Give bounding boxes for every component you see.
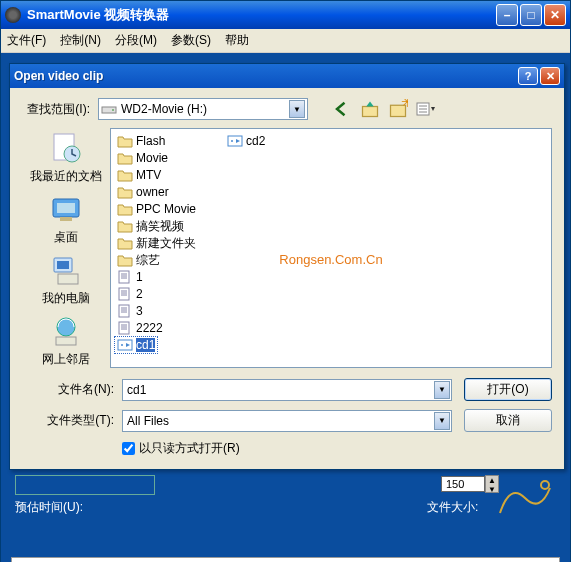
- item-label: 1: [136, 270, 143, 284]
- video-file-icon: [117, 338, 133, 352]
- place-label: 桌面: [54, 229, 78, 246]
- file-item[interactable]: 1: [115, 269, 225, 285]
- folder-icon: [117, 236, 133, 250]
- readonly-checkbox[interactable]: [122, 442, 135, 455]
- folder-item[interactable]: 综艺: [115, 252, 225, 268]
- item-label: Flash: [136, 134, 165, 148]
- file-item[interactable]: 3: [115, 303, 225, 319]
- look-in-label: 查找范围(I):: [22, 101, 98, 118]
- svg-point-38: [231, 140, 233, 142]
- item-label: 综艺: [136, 252, 160, 269]
- my-computer-icon: [48, 252, 84, 288]
- svg-rect-16: [58, 274, 78, 284]
- item-label: cd1: [136, 338, 155, 352]
- menu-segment[interactable]: 分段(M): [115, 32, 157, 49]
- svg-point-39: [541, 481, 549, 489]
- file-item[interactable]: 2: [115, 286, 225, 302]
- filetype-value: All Files: [127, 414, 434, 428]
- menu-control[interactable]: 控制(N): [60, 32, 101, 49]
- video-file-icon: [227, 134, 243, 148]
- item-label: 2222: [136, 321, 163, 335]
- file-item[interactable]: 2222: [115, 320, 225, 336]
- watermark-text: Rongsen.Com.Cn: [279, 252, 382, 267]
- folder-item[interactable]: owner: [115, 184, 225, 200]
- menu-help[interactable]: 帮助: [225, 32, 249, 49]
- drive-icon: [101, 102, 117, 116]
- filetype-dropdown[interactable]: All Files ▼: [122, 410, 452, 432]
- file-list[interactable]: FlashMovieMTVownerPPC Movie搞笑视频新建文件夹综艺12…: [110, 128, 552, 368]
- new-folder-icon[interactable]: ✳: [388, 99, 408, 119]
- decorative-graphic: [490, 473, 560, 523]
- view-menu-icon[interactable]: [416, 99, 436, 119]
- network-icon: [48, 313, 84, 349]
- svg-rect-27: [119, 305, 129, 317]
- filename-value: cd1: [127, 383, 434, 397]
- dropdown-arrow-icon: ▼: [434, 412, 450, 430]
- dialog-titlebar: Open video clip ? ✕: [10, 64, 564, 88]
- place-label: 我的电脑: [42, 290, 90, 307]
- menu-file[interactable]: 文件(F): [7, 32, 46, 49]
- svg-rect-31: [119, 322, 129, 334]
- item-label: cd2: [246, 134, 265, 148]
- item-label: 3: [136, 304, 143, 318]
- file-item[interactable]: cd1: [115, 337, 157, 353]
- timeline-slider[interactable]: [11, 557, 560, 562]
- file-item[interactable]: cd2: [225, 133, 267, 149]
- minimize-button[interactable]: –: [496, 4, 518, 26]
- filesize-label: 文件大小:: [427, 499, 478, 516]
- look-in-dropdown[interactable]: WD2-Movie (H:) ▼: [98, 98, 308, 120]
- dialog-help-button[interactable]: ?: [518, 67, 538, 85]
- place-desktop[interactable]: 桌面: [48, 191, 84, 246]
- up-one-level-icon[interactable]: [360, 99, 380, 119]
- item-label: owner: [136, 185, 169, 199]
- dialog-close-button[interactable]: ✕: [540, 67, 560, 85]
- folder-item[interactable]: Movie: [115, 150, 225, 166]
- background-content: ▲▼ 预估时间(U): 文件大小: 查字典 教程网: [1, 473, 570, 562]
- places-bar: 我最近的文档 桌面 我的电脑 网上邻居: [22, 128, 110, 368]
- svg-point-1: [112, 109, 114, 111]
- back-icon[interactable]: [332, 99, 352, 119]
- item-label: 新建文件夹: [136, 235, 196, 252]
- svg-text:✳: ✳: [401, 99, 409, 110]
- cancel-button[interactable]: 取消: [464, 409, 552, 432]
- close-button[interactable]: ✕: [544, 4, 566, 26]
- menu-params[interactable]: 参数(S): [171, 32, 211, 49]
- file-icon: [117, 270, 133, 284]
- bg-number-input[interactable]: [441, 476, 485, 492]
- folder-icon: [117, 168, 133, 182]
- desktop-icon: [48, 191, 84, 227]
- svg-rect-13: [60, 217, 72, 221]
- maximize-button[interactable]: □: [520, 4, 542, 26]
- place-recent[interactable]: 我最近的文档: [30, 130, 102, 185]
- folder-item[interactable]: 新建文件夹: [115, 235, 225, 251]
- main-window: SmartMovie 视频转换器 – □ ✕ 文件(F) 控制(N) 分段(M)…: [0, 0, 571, 562]
- item-label: Movie: [136, 151, 168, 165]
- svg-point-17: [57, 318, 75, 336]
- filename-input[interactable]: cd1 ▼: [122, 379, 452, 401]
- folder-item[interactable]: 搞笑视频: [115, 218, 225, 234]
- estimate-time-label: 预估时间(U):: [15, 499, 83, 516]
- app-title: SmartMovie 视频转换器: [27, 6, 496, 24]
- item-label: 搞笑视频: [136, 218, 184, 235]
- place-label: 网上邻居: [42, 351, 90, 368]
- svg-rect-15: [57, 261, 69, 269]
- svg-rect-19: [119, 271, 129, 283]
- svg-point-36: [121, 344, 123, 346]
- place-label: 我最近的文档: [30, 168, 102, 185]
- folder-item[interactable]: MTV: [115, 167, 225, 183]
- menubar: 文件(F) 控制(N) 分段(M) 参数(S) 帮助: [1, 29, 570, 53]
- svg-rect-2: [363, 107, 378, 117]
- place-network[interactable]: 网上邻居: [42, 313, 90, 368]
- filename-label: 文件名(N):: [22, 381, 122, 398]
- open-button[interactable]: 打开(O): [464, 378, 552, 401]
- place-my-computer[interactable]: 我的电脑: [42, 252, 90, 307]
- file-icon: [117, 321, 133, 335]
- item-label: MTV: [136, 168, 161, 182]
- folder-item[interactable]: PPC Movie: [115, 201, 225, 217]
- svg-rect-23: [119, 288, 129, 300]
- folder-item[interactable]: Flash: [115, 133, 225, 149]
- file-icon: [117, 287, 133, 301]
- app-body: Open video clip ? ✕ 查找范围(I): WD2-Movie (…: [1, 53, 570, 562]
- folder-icon: [117, 219, 133, 233]
- folder-icon: [117, 202, 133, 216]
